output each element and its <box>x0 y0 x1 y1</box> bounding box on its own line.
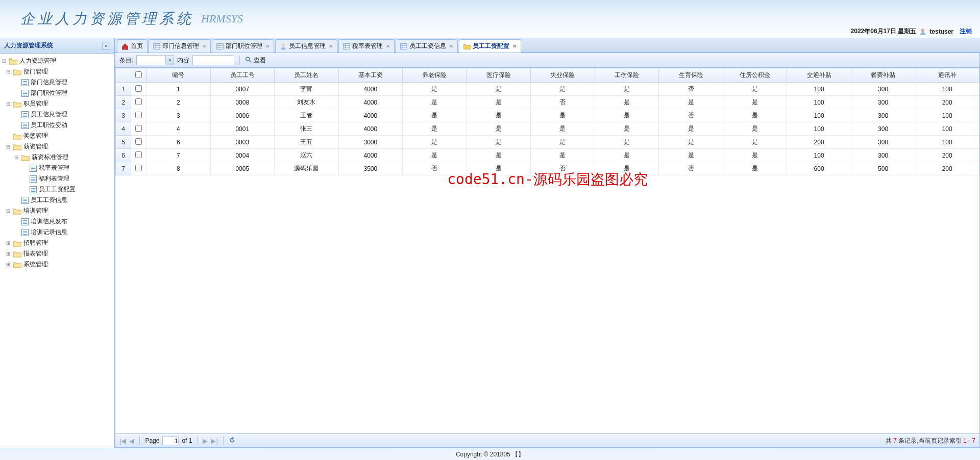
column-header[interactable]: 住房公积金 <box>723 68 787 83</box>
tab-部门信息管理[interactable]: 部门信息管理✕ <box>149 39 211 53</box>
column-header[interactable]: 通讯补 <box>915 68 979 83</box>
page-of-label: of 1 <box>182 437 192 444</box>
grid-icon <box>153 43 160 50</box>
tab-部门职位管理[interactable]: 部门职位管理✕ <box>212 39 274 53</box>
refresh-button[interactable] <box>229 437 236 445</box>
home-icon <box>121 43 129 50</box>
tree-train-rec[interactable]: 培训记录信息 <box>1 227 113 238</box>
first-page-button[interactable]: |◀ <box>119 437 126 445</box>
logout-link[interactable]: 注销 <box>960 27 972 36</box>
footer: Copyright © 201805 【】 <box>0 448 980 460</box>
header-date: 2022年06月17日 星期五 <box>851 27 917 36</box>
item-combo[interactable]: ▼ <box>136 55 174 65</box>
page-icon <box>30 175 37 183</box>
folder-open-icon <box>13 100 21 108</box>
column-header[interactable]: 工伤保险 <box>595 68 659 83</box>
tab-税率表管理[interactable]: 税率表管理✕ <box>338 39 395 53</box>
tree-report[interactable]: ⊞报表管理 <box>1 248 113 259</box>
close-icon[interactable]: ✕ <box>449 43 453 49</box>
column-header[interactable]: 员工姓名 <box>275 68 339 83</box>
table-row[interactable]: 560003王五3000是是是是是是200300100 <box>116 136 979 149</box>
close-icon[interactable]: ✕ <box>512 43 517 49</box>
column-header[interactable]: 养老保险 <box>403 68 467 83</box>
grid-icon <box>400 43 407 50</box>
tree-welfare-table[interactable]: 福利表管理 <box>1 173 113 184</box>
tree-root[interactable]: ⊟人力资源管理 <box>1 56 113 66</box>
svg-point-9 <box>282 43 284 46</box>
column-header[interactable]: 员工工号 <box>210 68 275 83</box>
prev-page-button[interactable]: ◀ <box>129 437 134 445</box>
tree-salary-info[interactable]: 员工工资信息 <box>1 195 113 206</box>
column-header[interactable]: 生育保险 <box>659 68 723 83</box>
next-page-button[interactable]: ▶ <box>203 437 208 445</box>
item-combo-input[interactable] <box>137 57 165 64</box>
tab-员工信息管理[interactable]: 员工信息管理✕ <box>275 39 337 53</box>
table-row[interactable]: 670004赵六4000是是是是是是100300200 <box>116 149 979 162</box>
page-icon <box>30 186 37 193</box>
folder-open-icon <box>13 208 21 215</box>
table-row[interactable]: 110007李官4000是是是是否是100300100 <box>116 83 979 96</box>
close-icon[interactable]: ✕ <box>329 43 333 49</box>
svg-rect-5 <box>217 43 223 49</box>
pager: |◀ ◀ Page of 1 ▶ ▶| 共 7 条记录,当前页记录索引 1 - … <box>115 433 979 447</box>
content-panel: 条目: ▼ 内容 查看 编号员工工号员工姓名基本工资养老保险医疗保险失业保险工伤… <box>115 53 980 448</box>
sidebar-title-bar: 人力资源管理系统 « <box>0 38 114 54</box>
view-button[interactable]: 查看 <box>245 56 266 65</box>
col-checkbox[interactable] <box>131 68 146 83</box>
tab-员工工资配置[interactable]: 员工工资配置✕ <box>459 39 521 53</box>
grid-icon <box>216 43 224 50</box>
sidebar-collapse-button[interactable]: « <box>102 42 110 50</box>
tree-emp-info[interactable]: 员工信息管理 <box>1 109 113 120</box>
last-page-button[interactable]: ▶| <box>211 437 217 445</box>
page-icon <box>21 90 29 97</box>
item-label: 条目: <box>119 56 133 65</box>
content-input[interactable] <box>192 55 234 65</box>
search-icon <box>245 56 252 65</box>
tree-dept-info[interactable]: 部门信息管理 <box>1 77 113 88</box>
tab-员工工资信息[interactable]: 员工工资信息✕ <box>396 39 458 53</box>
chevron-down-icon[interactable]: ▼ <box>165 56 174 65</box>
sidebar: 人力资源管理系统 « ⊟人力资源管理 ⊟部门管理 部门信息管理 部门职位管理 ⊟… <box>0 38 115 448</box>
tree-emp-mgmt[interactable]: ⊟职员管理 <box>1 98 113 109</box>
tree-salary-std[interactable]: ⊟薪资标准管理 <box>1 152 113 163</box>
tree-salary-config[interactable]: 员工工资配置 <box>1 184 113 195</box>
tree-tax-table[interactable]: 税率表管理 <box>1 163 113 173</box>
tree-salary-mgmt[interactable]: ⊟薪资管理 <box>1 141 113 152</box>
column-header[interactable]: 餐费补贴 <box>851 68 915 83</box>
page-icon <box>21 218 29 225</box>
column-header[interactable]: 编号 <box>146 68 211 83</box>
svg-point-0 <box>922 29 924 31</box>
tree-recruit[interactable]: ⊞招聘管理 <box>1 238 113 248</box>
tree-emp-pos-change[interactable]: 员工职位变动 <box>1 120 113 131</box>
close-icon[interactable]: ✕ <box>265 43 270 49</box>
table-row[interactable]: 440001张三4000是是是是是是100300100 <box>116 122 979 136</box>
header-username: testuser <box>929 28 953 35</box>
column-header[interactable]: 失业保险 <box>531 68 595 83</box>
column-header[interactable]: 交通补贴 <box>787 68 851 83</box>
person-icon <box>280 43 287 50</box>
tree-dept-pos[interactable]: 部门职位管理 <box>1 88 113 98</box>
svg-line-19 <box>249 60 251 62</box>
table-row[interactable]: 330006王者4000是是是是否是100300100 <box>116 109 979 122</box>
column-header[interactable]: 基本工资 <box>338 68 403 83</box>
svg-point-18 <box>246 57 250 60</box>
tree-reward[interactable]: 奖惩管理 <box>1 131 113 141</box>
close-icon[interactable]: ✕ <box>202 43 206 49</box>
table-row[interactable]: 780005源码乐园3500否是否是否是600500200 <box>116 162 979 175</box>
svg-rect-14 <box>401 43 407 49</box>
page-icon <box>21 197 29 204</box>
tree-dept-mgmt[interactable]: ⊟部门管理 <box>1 66 113 77</box>
folder-open-icon <box>13 68 21 75</box>
folder-icon <box>13 133 21 140</box>
column-header[interactable]: 医疗保险 <box>467 68 531 83</box>
page-icon <box>21 111 29 118</box>
header-right: 2022年06月17日 星期五 testuser 注销 <box>851 27 972 36</box>
tree-train-mgmt[interactable]: ⊟培训管理 <box>1 206 113 216</box>
table-row[interactable]: 220008刘友水4000是是否是是是100300200 <box>116 96 979 109</box>
page-input[interactable] <box>162 436 179 445</box>
tab-首页[interactable]: 首页 <box>117 39 148 53</box>
tree-train-pub[interactable]: 培训信息发布 <box>1 216 113 227</box>
tree-system[interactable]: ⊞系统管理 <box>1 259 113 270</box>
page-icon <box>30 165 37 172</box>
close-icon[interactable]: ✕ <box>386 43 390 49</box>
